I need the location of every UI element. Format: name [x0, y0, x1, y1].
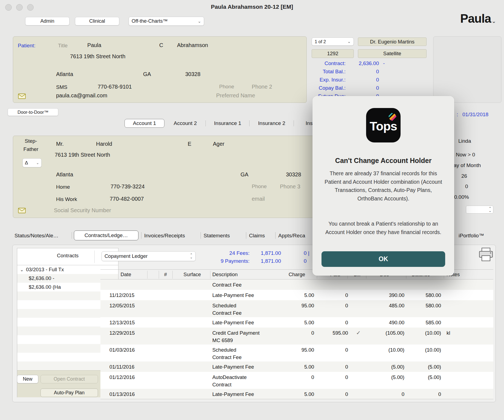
ledger-row[interactable]: 12/05/2015Scheduled Contract Fee95.00048…	[100, 300, 493, 317]
record-pager-label: 1 of 2	[315, 39, 326, 44]
tab-insurance-2[interactable]: Insurance 2	[250, 119, 294, 128]
chevron-down-icon: ⌄	[491, 18, 496, 25]
dialog-title: Can't Change Account Holder	[312, 157, 454, 165]
tab-statements[interactable]: Statements	[204, 233, 230, 239]
delta-selector[interactable]: Δ ⌄	[22, 158, 42, 167]
disclosure-down-icon[interactable]: ⌄	[20, 267, 26, 272]
tab-divider	[201, 232, 201, 239]
patient-middle-initial[interactable]: C	[159, 42, 163, 48]
patient-phone2-field[interactable]: Phone 2	[252, 84, 272, 90]
patient-zip[interactable]: 30328	[185, 71, 201, 77]
dialog-body-2: You cannot break a Patient's relationshi…	[321, 220, 445, 236]
patient-last-name[interactable]: Abrahamson	[177, 42, 208, 48]
column-divider	[172, 271, 173, 279]
ledger-cell-date: 01/03/2016	[109, 346, 135, 354]
ledger-row[interactable]: 12/29/2015Credit Card Payment MC 6589059…	[100, 328, 493, 345]
ledger-cell-date: 12/05/2015	[109, 302, 135, 309]
billing-day-value[interactable]: 26	[461, 173, 467, 179]
email-envelope-icon[interactable]	[18, 208, 26, 213]
ledger-cell-desc: Scheduled Contract Fee	[212, 302, 242, 317]
user-menu[interactable]: Paula ⌄	[460, 13, 496, 25]
tab-account-1[interactable]: Account 1	[124, 119, 164, 128]
holder-work-phone[interactable]: 770-482-0007	[110, 196, 144, 202]
record-pager-dropdown[interactable]: 1 of 2 ⌄	[312, 37, 354, 46]
patient-sms-number[interactable]: 770-678-9101	[98, 84, 132, 90]
admin-button[interactable]: Admin	[25, 17, 69, 25]
billing-name[interactable]: Linda	[458, 138, 471, 144]
ledger-row[interactable]: 01/12/2016AutoDeactivate Contract00(5.00…	[100, 372, 493, 389]
patient-street[interactable]: 7613 19th Street North	[70, 53, 125, 60]
tab-divider	[249, 120, 250, 126]
holder-ssn-field[interactable]: Social Security Number	[54, 207, 111, 214]
ledger-row[interactable]: 11/12/2015Late-Payment Fee5.000390.00580…	[100, 290, 493, 300]
holder-state[interactable]: GA	[241, 171, 248, 178]
ledger-row[interactable]: 01/03/2016Scheduled Contract Fee95.000(1…	[100, 345, 493, 361]
sms-label: SMS	[56, 84, 67, 90]
ledger-cell-date: 01/11/2016	[109, 363, 134, 371]
patient-email[interactable]: paula.ca@gmail.com	[56, 92, 107, 99]
col-description: Description	[212, 272, 238, 278]
user-menu-label: Paula	[460, 13, 491, 25]
ledger-cell-desc: Late-Payment Fee	[212, 291, 254, 299]
tab-account-2[interactable]: Account 2	[165, 119, 205, 128]
payments-total-value: 1,871.00	[253, 258, 281, 264]
preferred-name-field[interactable]: Preferred Name	[216, 92, 255, 99]
date-value[interactable]: 01/31/2018	[462, 112, 488, 118]
tab-appts-recalls[interactable]: Appts/Reca	[278, 233, 305, 239]
ledger-cell-due: 390.00	[389, 291, 404, 299]
off-the-charts-dropdown[interactable]: Off-the-Charts™ ⌄	[129, 17, 204, 26]
doctor-field[interactable]: Dr. Eugenio Martins	[358, 37, 427, 46]
patient-state[interactable]: GA	[143, 71, 151, 77]
tab-status-notes[interactable]: Status/Notes/Ale…	[15, 233, 59, 239]
ledger-row[interactable]: Contract Fee	[100, 279, 493, 290]
ledger-view-selector[interactable]: Copayment Ledger ⌃⌄	[102, 251, 196, 261]
email-envelope-icon[interactable]	[18, 94, 26, 99]
holder-city[interactable]: Atlanta	[56, 171, 73, 178]
ledger-cell-charge: 95.00	[302, 346, 314, 354]
clinical-button[interactable]: Clinical	[75, 17, 119, 25]
new-contract-button[interactable]: New	[17, 375, 38, 383]
tab-iportfolio[interactable]: iPortfolio™	[459, 233, 484, 239]
ledger-cell-balance: (5.00)	[428, 363, 441, 371]
ledger-cell-paid: 0	[345, 346, 348, 354]
auto-pay-plan-button[interactable]: Auto-Pay Plan	[40, 389, 98, 397]
holder-home-phone[interactable]: 770-739-3224	[111, 183, 145, 190]
chevron-down-icon: ⌄	[36, 161, 39, 165]
holder-email-field[interactable]: email	[252, 196, 265, 202]
tops-logo-text: Tops	[370, 119, 397, 133]
holder-street[interactable]: 7613 19th Street North	[55, 152, 110, 158]
print-icon[interactable]	[478, 247, 494, 262]
holder-last-name[interactable]: Ager	[213, 141, 224, 147]
holder-phone3-field[interactable]: Phone 3	[280, 183, 300, 190]
office-field[interactable]: Satellite	[358, 49, 427, 58]
ledger-row[interactable]: 01/11/2016Late-Payment Fee5.000(5.00)(5.…	[100, 361, 493, 372]
holder-middle-initial[interactable]: E	[188, 141, 191, 147]
door-to-door-button[interactable]: Door-to-Door™	[8, 108, 58, 116]
tab-invoices-receipts[interactable]: Invoices/Receipts	[144, 233, 185, 239]
open-contract-button[interactable]: Open Contract	[40, 375, 98, 383]
billing-value2[interactable]: 0	[465, 183, 468, 189]
holder-title[interactable]: Mr.	[56, 141, 64, 147]
ok-button[interactable]: OK	[321, 251, 445, 267]
tab-insurance-1[interactable]: Insurance 1	[206, 119, 249, 128]
tab-divider	[294, 120, 294, 126]
ledger-row[interactable]: 01/13/2016Late-Payment Fee5.00000	[100, 389, 493, 399]
patient-first-name[interactable]: Paula	[87, 42, 101, 48]
tab-claims[interactable]: Claims	[249, 233, 265, 239]
billing-stepper[interactable]: ⌃⌄	[466, 206, 493, 214]
billing-percent[interactable]: 0.00%	[454, 194, 469, 200]
patient-title-field[interactable]: Title	[58, 43, 68, 49]
patient-city[interactable]: Atlanta	[56, 71, 73, 77]
holder-zip[interactable]: 30328	[286, 171, 301, 178]
ledger-cell-due: (105.00)	[386, 329, 404, 337]
ledger-cell-due: (10.00)	[388, 346, 404, 354]
relationship-line1: Step-	[20, 138, 42, 144]
delta-selector-label: Δ	[25, 160, 28, 166]
total-balance-value: 0	[352, 69, 379, 75]
patient-id-field[interactable]: 1292	[312, 49, 354, 58]
col-date: Date	[104, 272, 148, 278]
holder-first-name[interactable]: Harold	[96, 141, 112, 147]
ledger-row[interactable]: 12/13/2015Late-Payment Fee5.000490.00585…	[100, 317, 493, 328]
tab-contracts-ledger[interactable]: Contracts/Ledge…	[74, 231, 138, 240]
relationship-line2: Father	[20, 146, 42, 152]
